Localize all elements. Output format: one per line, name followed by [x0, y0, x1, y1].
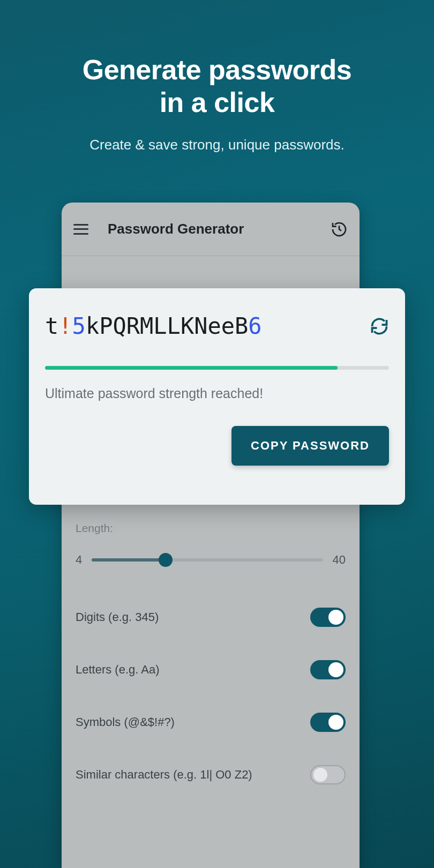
hero-title: Generate passwords in a click [0, 54, 434, 119]
toggle-knob [328, 715, 343, 730]
pw-letter: t [45, 313, 58, 339]
slider-max: 40 [333, 553, 346, 567]
option-row: Letters (e.g. Aa) [76, 660, 346, 679]
strength-bar [45, 366, 389, 370]
toggle-knob [328, 662, 343, 677]
strength-fill [45, 366, 338, 370]
pw-letter: kPQRMLLKNeeB [86, 313, 248, 339]
refresh-icon[interactable] [370, 317, 389, 336]
copy-password-button[interactable]: COPY PASSWORD [231, 426, 389, 466]
hero-subtitle: Create & save strong, unique passwords. [0, 137, 434, 153]
appbar-title: Password Generator [108, 221, 331, 237]
slider-min: 4 [76, 553, 82, 567]
toggle-knob [328, 610, 343, 625]
pw-sym: ! [58, 313, 72, 339]
option-toggle[interactable] [310, 713, 346, 732]
slider-track[interactable] [92, 558, 323, 562]
strength-text: Ultimate password strength reached! [45, 386, 389, 401]
option-toggle[interactable] [310, 660, 346, 679]
option-row: Digits (e.g. 345) [76, 608, 346, 627]
option-row: Similar characters (e.g. 1l| O0 Z2) [76, 765, 346, 784]
hero-title-line2: in a click [160, 87, 275, 118]
appbar: Password Generator [62, 203, 360, 256]
option-label: Similar characters (e.g. 1l| O0 Z2) [76, 768, 252, 782]
option-row: Symbols (@&$!#?) [76, 713, 346, 732]
hero: Generate passwords in a click Create & s… [0, 0, 434, 153]
password-row: t!5kPQRMLLKNeeB6 [45, 313, 389, 339]
length-label: Length: [76, 522, 346, 535]
option-label: Symbols (@&$!#?) [76, 715, 175, 729]
option-toggle[interactable] [310, 608, 346, 627]
hero-title-line1: Generate passwords [83, 54, 352, 85]
hamburger-icon[interactable] [73, 224, 88, 235]
slider-fill [92, 558, 166, 562]
option-label: Letters (e.g. Aa) [76, 663, 160, 677]
pw-dig: 5 [72, 313, 86, 339]
length-slider[interactable]: 4 40 [76, 553, 346, 567]
toggle-knob [313, 768, 327, 782]
slider-thumb[interactable] [159, 553, 173, 567]
option-toggle[interactable] [310, 765, 346, 784]
option-label: Digits (e.g. 345) [76, 610, 159, 624]
generated-password[interactable]: t!5kPQRMLLKNeeB6 [45, 313, 359, 339]
password-card: t!5kPQRMLLKNeeB6 Ultimate password stren… [29, 288, 405, 505]
pw-dig: 6 [248, 313, 261, 339]
history-icon[interactable] [331, 221, 348, 238]
